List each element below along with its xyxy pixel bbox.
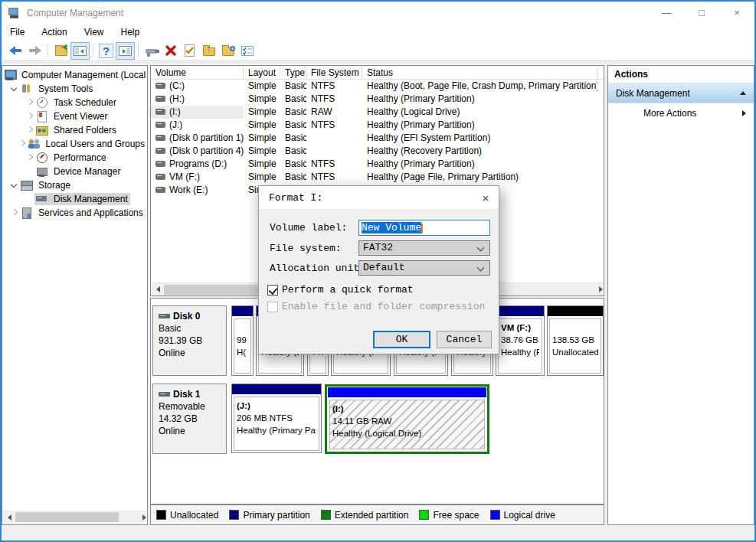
tree-item-label: Disk Management [51, 193, 130, 205]
partition-legend: Unallocated Primary partition Extended p… [150, 504, 604, 525]
collapse-icon[interactable] [740, 91, 746, 95]
tree-item-performance[interactable]: Performance [2, 151, 147, 165]
volume-icon [155, 109, 165, 115]
tree-item-label: Event Viewer [51, 110, 110, 122]
tree-item-shared-folders[interactable]: Shared Folders [2, 123, 147, 137]
allocation-unit-dropdown[interactable]: Default [358, 260, 490, 276]
tree-item-label: Local Users and Groups [44, 138, 147, 150]
cancel-button[interactable]: Cancel [437, 331, 492, 348]
view-options-icon[interactable] [237, 42, 257, 60]
file-system-dropdown[interactable]: FAT32 [358, 240, 490, 256]
volume-icon [155, 122, 165, 128]
compression-checkbox [267, 302, 278, 312]
disk1-partition-j[interactable]: (J:)206 MB NTFSHealthy (Primary Pa [231, 384, 322, 453]
menu-help[interactable]: Help [113, 24, 149, 41]
disk0-unallocated-region[interactable]: 138.53 GBUnallocated [547, 305, 604, 376]
dialog-close-icon[interactable]: × [473, 186, 499, 209]
quick-format-checkbox[interactable] [267, 285, 278, 295]
show-console-tree-icon[interactable] [70, 42, 90, 60]
tree-item-label: System Tools [36, 83, 95, 95]
toolbar-separator [93, 44, 93, 57]
close-button[interactable]: × [719, 2, 754, 24]
scroll-right-icon[interactable] [591, 283, 603, 296]
window-title: Computer Management [27, 8, 123, 18]
tree-item-task-scheduler[interactable]: Task Scheduler [2, 96, 147, 109]
tree-item-system-tools[interactable]: System Tools [2, 82, 147, 96]
volume-row[interactable]: VM (F:) SimpleBasic NTFSHealthy (Page Fi… [151, 171, 604, 184]
column-header-file-system[interactable]: File System [306, 66, 362, 79]
format-dialog: Format I: × Volume label: New Volume Fil… [258, 185, 499, 354]
disk-icon [159, 314, 170, 318]
rescan-disks-icon[interactable] [142, 42, 161, 60]
volume-label-input[interactable]: New Volume [358, 220, 490, 236]
column-header-volume[interactable]: Volume [151, 66, 244, 79]
chevron-down-icon[interactable] [10, 181, 19, 190]
scroll-right-icon[interactable] [134, 511, 146, 524]
disk0-header[interactable]: Disk 0 Basic 931.39 GB Online [152, 305, 227, 376]
toolbar: ? ↑ [2, 41, 754, 61]
explore-folder-icon[interactable] [218, 42, 237, 60]
export-list-icon[interactable] [51, 42, 70, 60]
check-properties-icon[interactable] [180, 42, 199, 60]
menubar: File Action View Help [2, 24, 754, 41]
tree-horizontal-scrollbar[interactable] [3, 511, 146, 524]
tree-item-event-viewer[interactable]: Event Viewer [2, 109, 147, 123]
tree-item-disk-management[interactable]: Disk Management [2, 192, 147, 206]
volume-row[interactable]: (Disk 0 partition 1) SimpleBasic Healthy… [151, 132, 604, 145]
disk1-header[interactable]: Disk 1 Removable 14.32 GB Online [152, 384, 227, 454]
scroll-left-icon[interactable] [152, 283, 164, 296]
chevron-right-icon[interactable] [10, 208, 19, 217]
maximize-button[interactable]: □ [684, 2, 719, 24]
more-actions-item[interactable]: More Actions [608, 103, 754, 123]
column-header-layout[interactable]: Layout [244, 66, 280, 79]
volume-row[interactable]: (H:) SimpleBasic NTFSHealthy (Primary Pa… [151, 93, 604, 106]
back-icon[interactable] [6, 42, 25, 60]
menu-action[interactable]: Action [33, 24, 75, 41]
chevron-right-icon[interactable] [25, 153, 34, 162]
device-manager-icon [36, 166, 48, 177]
toolbar-separator [47, 44, 48, 57]
volume-row[interactable]: (Disk 0 partition 4) SimpleBasic Healthy… [151, 145, 604, 158]
scrollbar-thumb[interactable] [15, 512, 119, 522]
format-dialog-titlebar: Format I: × [259, 186, 499, 209]
tree-item-storage[interactable]: Storage [2, 178, 147, 192]
unallocated-swatch [156, 510, 166, 520]
minimize-button[interactable]: — [649, 2, 684, 24]
tree-item-services-applications[interactable]: Services and Applications [2, 206, 147, 220]
open-parent-folder-icon[interactable]: ↑ [199, 42, 218, 60]
shared-folders-icon [36, 125, 48, 136]
extended-partition-swatch [321, 510, 331, 520]
scroll-left-icon[interactable] [3, 511, 15, 524]
legend-item: Free space [419, 510, 479, 521]
menu-view[interactable]: View [76, 24, 113, 41]
ok-button[interactable]: OK [373, 331, 430, 348]
column-header-status[interactable]: Status [362, 66, 597, 79]
column-header-type[interactable]: Type [280, 66, 306, 79]
disk1-partition-i-selected[interactable]: (I:)14.11 GB RAWHealthy (Logical Drive) [325, 384, 489, 454]
help-icon[interactable]: ? [97, 42, 116, 60]
performance-icon [36, 152, 48, 163]
forward-icon[interactable] [25, 42, 44, 60]
volume-label-label: Volume label: [270, 222, 347, 234]
volume-row[interactable]: (C:) SimpleBasic NTFSHealthy (Boot, Page… [151, 80, 604, 93]
disk0-partition[interactable]: 99H( [231, 305, 254, 376]
tree-item-local-users-groups[interactable]: Local Users and Groups [2, 137, 147, 151]
tree-item-label: Services and Applications [36, 207, 146, 219]
volume-row-selected[interactable]: (I:) SimpleBasic RAWHealthy (Logical Dri… [151, 106, 604, 119]
show-action-pane-icon[interactable] [116, 42, 135, 60]
delete-volume-icon[interactable] [161, 42, 180, 60]
volume-icon [155, 187, 165, 193]
chevron-right-icon[interactable] [25, 112, 34, 121]
menu-file[interactable]: File [2, 24, 33, 41]
chevron-right-icon[interactable] [25, 98, 34, 107]
tree-item-computer-management[interactable]: Computer Management (Local [2, 68, 147, 82]
chevron-right-icon[interactable] [18, 139, 27, 149]
chevron-right-icon[interactable] [25, 126, 34, 135]
volume-row[interactable]: (J:) SimpleBasic NTFSHealthy (Primary Pa… [151, 119, 604, 132]
volume-row[interactable]: Programs (D:) SimpleBasic NTFSHealthy (P… [151, 158, 604, 171]
quick-format-checkbox-row[interactable]: Perform a quick format [267, 284, 414, 295]
tree-item-device-manager[interactable]: Device Manager [2, 165, 147, 178]
actions-section-disk-management[interactable]: Disk Management [608, 83, 754, 103]
disk0-partition-vm-f[interactable]: VM (F:)38.76 GBHealthy (P [496, 305, 545, 376]
chevron-down-icon[interactable] [10, 84, 19, 93]
